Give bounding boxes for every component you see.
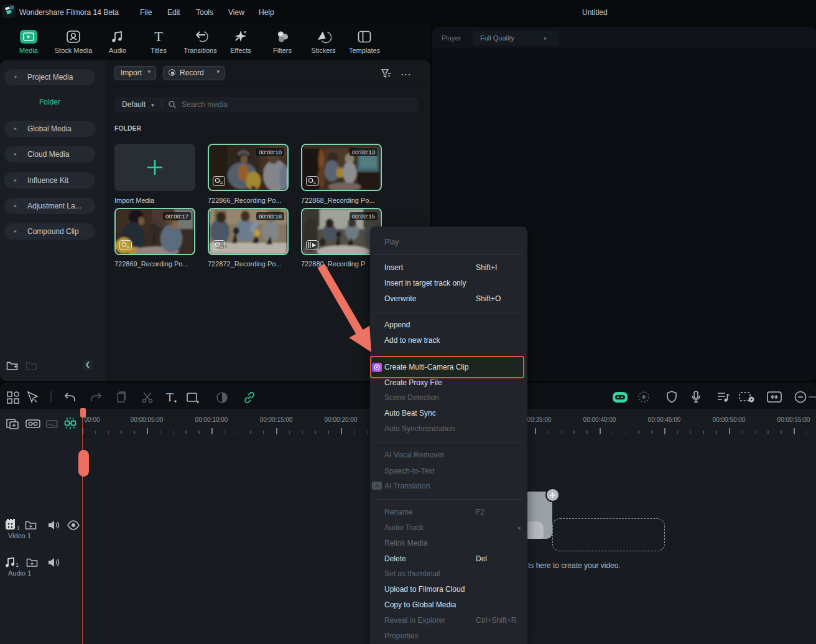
- svg-text:T: T: [166, 391, 174, 404]
- svg-text:1: 1: [16, 562, 19, 568]
- svg-text:A: A: [375, 483, 379, 489]
- svg-text:T: T: [154, 29, 163, 44]
- svg-text:1: 1: [17, 525, 20, 531]
